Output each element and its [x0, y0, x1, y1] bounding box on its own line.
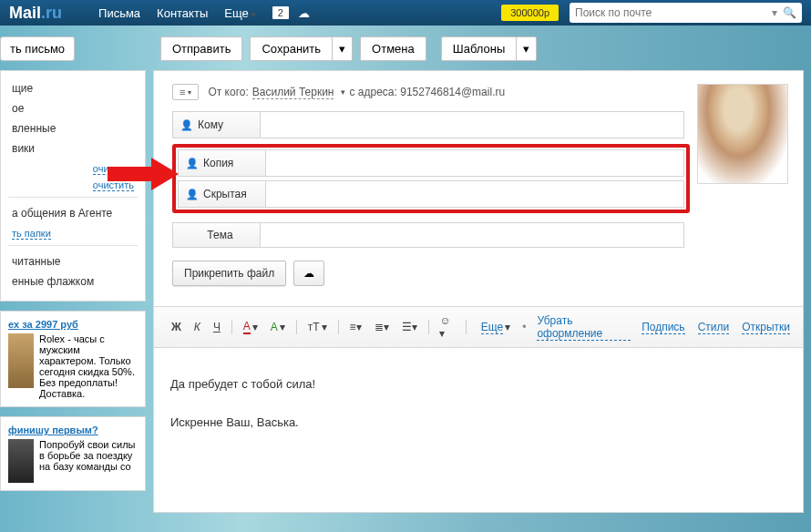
unread-filter[interactable]: читанные [12, 251, 134, 271]
cards-link[interactable]: Открытки [742, 321, 790, 334]
view-options-button[interactable]: ≡ ▾ [172, 84, 199, 100]
avatar[interactable] [697, 84, 788, 184]
cancel-button[interactable]: Отмена [360, 36, 426, 61]
underline-button[interactable]: Ч [209, 318, 225, 336]
remove-formatting-link[interactable]: Убрать оформление [537, 314, 631, 341]
italic-button[interactable]: К [190, 318, 205, 336]
send-button[interactable]: Отправить [160, 36, 242, 61]
search-caret-icon[interactable]: ▾ [772, 6, 777, 19]
ad-title[interactable]: ex за 2997 руб [8, 319, 138, 330]
subject-input[interactable] [261, 223, 683, 247]
ad-text: Rolex - часы с мужским характером. Тольк… [39, 333, 135, 399]
cc-label: Копия [203, 157, 233, 169]
to-input[interactable] [261, 112, 683, 138]
from-suffix: с адреса: [349, 86, 396, 98]
subject-label: Тема [207, 229, 232, 241]
styles-link[interactable]: Стили [698, 321, 730, 334]
editor-toolbar: Ж К Ч A▾ A▾ тT▾ ≡▾ ≣▾ ☰▾ ☺▾ Еще▾ • Убрат… [154, 306, 803, 348]
bcc-label: Скрытая [203, 188, 247, 200]
folder-item[interactable]: ое [12, 98, 134, 118]
more-button[interactable]: Еще▾ [473, 318, 515, 337]
top-nav: Mail.ru Письма Контакты Еще 2 ☁ 300000р … [0, 0, 811, 26]
ad-block[interactable]: финишу первым? Попробуй свои силы в борь… [0, 416, 146, 491]
ad-text: Попробуй свои силы в борьбе за поездку н… [39, 439, 135, 483]
templates-button[interactable]: Шаблоны [441, 36, 517, 61]
person-icon: 👤 [186, 158, 199, 169]
person-icon: 👤 [180, 119, 193, 131]
ad-image [8, 439, 34, 483]
from-name[interactable]: Василий Теркин [252, 86, 334, 99]
flagged-filter[interactable]: енные флажком [12, 271, 134, 292]
search-input[interactable] [575, 6, 772, 19]
compose-panel: ≡ ▾ От кого: Василий Теркин ▾ с адреса: … [153, 70, 804, 513]
nav-mail[interactable]: Письма [98, 6, 140, 20]
bold-button[interactable]: Ж [167, 318, 186, 336]
ad-title[interactable]: финишу первым? [8, 425, 138, 435]
ad-image [8, 333, 34, 388]
folder-item[interactable]: вленные [12, 118, 134, 138]
bcc-row: 👤Скрытая [178, 180, 684, 208]
folder-item[interactable]: вики [12, 138, 134, 159]
subject-row: Тема [172, 222, 684, 248]
list-button[interactable]: ☰▾ [397, 318, 422, 336]
ad-block[interactable]: ex за 2997 руб Rolex - часы с мужским ха… [0, 311, 146, 407]
indent-button[interactable]: ≣▾ [370, 318, 394, 336]
editor-body[interactable]: Да пребудет с тобой сила! Искренне Ваш, … [154, 348, 803, 512]
save-button-group: Сохранить ▾ [250, 36, 353, 61]
attach-file-button[interactable]: Прикрепить файл [172, 261, 286, 286]
cc-bcc-highlight: 👤Копия 👤Скрытая [172, 144, 690, 213]
search-box[interactable]: ▾ 🔍 [570, 3, 802, 23]
nav-contacts[interactable]: Контакты [157, 6, 208, 20]
font-color-button[interactable]: A▾ [239, 317, 262, 337]
signature-link[interactable]: Подпись [642, 321, 685, 334]
font-size-button[interactable]: тT▾ [303, 318, 332, 336]
money-button[interactable]: 300000р [501, 5, 559, 21]
annotation-arrow [108, 158, 182, 190]
bcc-input[interactable] [266, 181, 683, 207]
folder-item[interactable]: щие [12, 78, 134, 98]
body-line: Искренне Ваш, Васька. [170, 414, 786, 433]
save-dropdown[interactable]: ▾ [332, 36, 353, 61]
from-caret-icon[interactable]: ▾ [341, 87, 345, 97]
notif-badge[interactable]: 2 [272, 6, 289, 19]
to-label: Кому [198, 118, 223, 131]
nav-more[interactable]: Еще [224, 6, 255, 20]
agent-link[interactable]: а общения в Агенте [12, 203, 134, 223]
templates-button-group: Шаблоны ▾ [441, 36, 538, 61]
templates-dropdown[interactable]: ▾ [516, 36, 537, 61]
cloud-icon[interactable]: ☁ [298, 6, 310, 20]
from-label: От кого: [208, 86, 248, 98]
highlight-button[interactable]: A▾ [266, 318, 290, 336]
attach-cloud-button[interactable]: ☁ [293, 261, 324, 286]
cc-input[interactable] [266, 150, 683, 176]
search-icon[interactable]: 🔍 [783, 6, 796, 19]
to-row: 👤Кому [172, 111, 684, 138]
cc-row: 👤Копия [178, 149, 684, 177]
compose-button[interactable]: ть письмо [0, 36, 75, 61]
align-button[interactable]: ≡▾ [345, 318, 366, 336]
from-email: 9152746814@mail.ru [400, 86, 505, 98]
person-icon: 👤 [186, 189, 199, 200]
folders-config-link[interactable]: ть папки [12, 228, 51, 240]
save-button[interactable]: Сохранить [250, 36, 332, 61]
emoji-button[interactable]: ☺▾ [435, 312, 458, 343]
logo: Mail.ru [9, 4, 62, 23]
body-line: Да пребудет с тобой сила! [170, 375, 786, 394]
